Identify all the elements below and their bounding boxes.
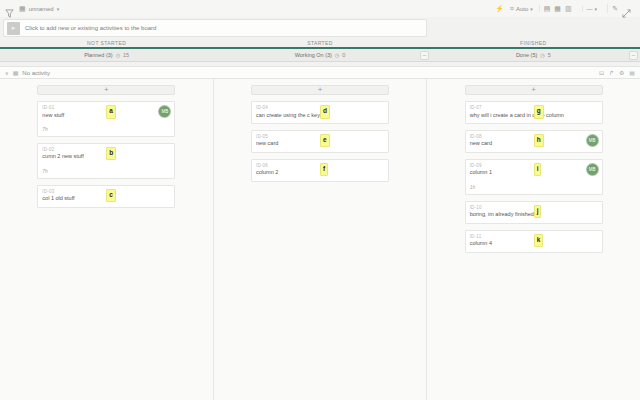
avatar[interactable]: MB: [587, 135, 598, 146]
column-working-on: + ID-04 can create using the c key d ID-…: [214, 79, 428, 400]
flash-icon[interactable]: ⚡: [495, 5, 504, 12]
column-header-planned[interactable]: Planned (3) ◷ 15: [0, 49, 213, 61]
list-icon: ≡: [510, 5, 514, 12]
column-group-header-row: NOT STARTED STARTED FINISHED: [0, 40, 640, 47]
clock-icon: ◷: [540, 52, 544, 58]
top-toolbar: ▦ unnamed ▾ ⚡ ≡ Auto ▾ ▤ ▦ ▥ — ▾ ✎: [0, 0, 640, 17]
link-hint[interactable]: c: [106, 189, 116, 203]
swimlane-header[interactable]: ∨ ▦ No activity ⊡ ↱ ⚙ ▤: [0, 66, 640, 79]
collapse-column-button[interactable]: –: [420, 51, 429, 60]
banner-row: ▸ Click to add new or existing activitie…: [0, 17, 640, 40]
media-thumbnail-icon: ▸: [7, 22, 20, 35]
group-header-finished: FINISHED: [427, 40, 640, 47]
column-header-done[interactable]: Done (5) ◷ 5: [427, 49, 640, 61]
kanban-board: + ID-01 new stuff a MB 7h ID-02 cumn 2 n…: [0, 79, 640, 400]
fullscreen-icon[interactable]: [622, 4, 631, 13]
column-planned: + ID-01 new stuff a MB 7h ID-02 cumn 2 n…: [0, 79, 214, 400]
clock-icon: ◷: [116, 52, 120, 58]
link-hint[interactable]: e: [320, 134, 330, 148]
card-new-stuff[interactable]: ID-01 new stuff a MB 7h: [37, 101, 175, 137]
board-icon: ▦: [19, 5, 26, 12]
card-cumn-2-new-stuff[interactable]: ID-02 cumn 2 new stuff b 7h: [37, 143, 175, 179]
add-activities-text: Click to add new or existing activities …: [25, 25, 156, 31]
view-grid-icon[interactable]: ▦: [554, 5, 561, 12]
column-header-working-on[interactable]: Working On (3) ◷ 0: [213, 49, 426, 61]
card-new-card[interactable]: ID-05 new card e: [251, 130, 389, 153]
column-estimate: 15: [123, 52, 129, 58]
column-header-row: Planned (3) ◷ 15 Working On (3) ◷ 0 Done…: [0, 49, 640, 62]
link-hint[interactable]: f: [320, 163, 328, 177]
lane-board-icon[interactable]: ⊡: [599, 69, 604, 76]
link-hint[interactable]: g: [534, 105, 544, 119]
column-estimate: 0: [342, 52, 345, 58]
view-columns-icon[interactable]: ▥: [565, 5, 572, 12]
group-header-not-started: NOT STARTED: [0, 40, 213, 47]
zoom-value: —: [587, 6, 593, 12]
column-label: Done (5): [516, 52, 537, 58]
collapse-column-button[interactable]: –: [629, 51, 638, 60]
sort-auto-label: Auto: [516, 6, 528, 12]
zoom-dropdown[interactable]: — ▾: [587, 6, 598, 12]
card-new-card[interactable]: ID-08 new card h MB: [465, 130, 603, 153]
chevron-down-icon: ▾: [57, 6, 60, 12]
link-hint[interactable]: h: [534, 134, 544, 148]
lane-arrow-icon[interactable]: ↱: [609, 69, 614, 76]
edit-brush-icon[interactable]: ✎: [612, 5, 618, 12]
link-hint[interactable]: d: [320, 105, 330, 119]
column-estimate: 5: [548, 52, 551, 58]
sort-auto-dropdown[interactable]: ≡ Auto ▾: [510, 5, 533, 12]
add-card-button[interactable]: +: [251, 85, 389, 95]
gear-icon[interactable]: ⚙: [619, 69, 624, 76]
card-boring-already-finished[interactable]: ID-10 boring, im already finished j: [465, 201, 603, 224]
group-header-started: STARTED: [213, 40, 426, 47]
link-hint[interactable]: a: [106, 105, 116, 119]
link-hint[interactable]: j: [534, 205, 542, 219]
column-label: Planned (3): [84, 52, 112, 58]
activity-icon: ▦: [13, 69, 19, 76]
chevron-down-icon[interactable]: ∨: [5, 70, 9, 76]
card-why-create-in-done[interactable]: ID-07 why will i create a card in done c…: [465, 101, 603, 124]
filter-funnel-icon[interactable]: [5, 4, 14, 13]
card-estimate: 7h: [42, 126, 170, 132]
card-estimate: 1h: [470, 184, 598, 190]
add-card-button[interactable]: +: [37, 85, 175, 95]
card-col-1-old-stuff[interactable]: ID-03 col 1 old stuff c: [37, 185, 175, 208]
card-can-create-using-c-key[interactable]: ID-04 can create using the c key d: [251, 101, 389, 124]
card-estimate: 7h: [42, 168, 170, 174]
swimlane-label: No activity: [22, 70, 50, 76]
view-rows-icon[interactable]: ▤: [544, 5, 551, 12]
column-label: Working On (3): [295, 52, 332, 58]
link-hint[interactable]: b: [106, 147, 116, 161]
card-column-2[interactable]: ID-06 column 2 f: [251, 159, 389, 182]
link-hint[interactable]: i: [534, 163, 542, 177]
board-name: unnamed: [29, 6, 54, 12]
add-activities-banner[interactable]: ▸ Click to add new or existing activitie…: [3, 19, 427, 37]
link-hint[interactable]: k: [534, 234, 544, 248]
lane-menu-icon[interactable]: ▤: [629, 69, 635, 76]
column-done: + ID-07 why will i create a card in done…: [427, 79, 640, 400]
avatar[interactable]: MB: [587, 164, 598, 175]
card-column-1[interactable]: ID-09 column 1 i MB 1h: [465, 159, 603, 195]
clock-icon: ◷: [335, 52, 339, 58]
board-switcher[interactable]: ▦ unnamed ▾: [19, 5, 59, 12]
chevron-down-icon: ▾: [595, 6, 598, 12]
card-column-4[interactable]: ID-11 column 4 k: [465, 230, 603, 253]
add-card-button[interactable]: +: [465, 85, 603, 95]
chevron-down-icon: ▾: [530, 6, 533, 12]
